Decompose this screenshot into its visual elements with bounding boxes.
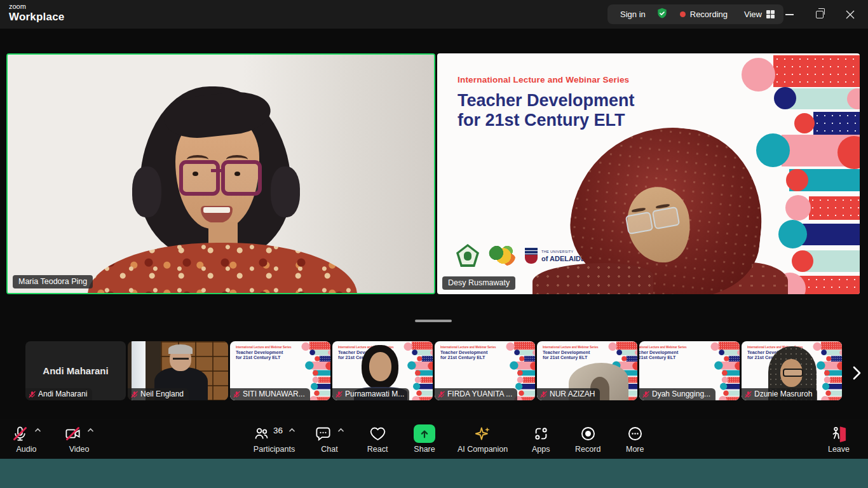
participant-thumbnail[interactable]: International Lecture and Webinar Series…	[639, 341, 740, 400]
mic-muted-icon	[130, 390, 139, 398]
titlebar-controls-pill: Sign in Recording View	[607, 4, 783, 24]
filmstrip: Andi MaharaniAndi MaharaniNeil EnglandIn…	[25, 341, 842, 400]
webinar-slide-text: International Lecture and Webinar Series…	[458, 75, 635, 130]
leave-button[interactable]: Leave	[825, 424, 853, 454]
recording-indicator[interactable]: Recording	[668, 10, 739, 19]
participants-icon	[253, 425, 270, 442]
view-label: View	[744, 10, 762, 19]
zoom-workplace-logo: zoom Workplace	[9, 3, 64, 23]
camera-off-icon	[64, 425, 81, 442]
chat-icon	[315, 425, 332, 442]
chat-caret-icon[interactable]	[337, 428, 344, 433]
participant-thumbnail[interactable]: International Lecture and Webinar Series…	[332, 341, 433, 400]
participant-thumbnail[interactable]: International Lecture and Webinar Series…	[435, 341, 535, 400]
view-button[interactable]: View	[739, 10, 775, 19]
apps-button[interactable]: Apps	[527, 424, 555, 454]
mic-muted-icon	[437, 390, 445, 398]
adelaide-crest-icon	[525, 247, 538, 264]
filmstrip-resize-handle[interactable]	[415, 320, 452, 322]
windows-taskbar: 28° Search T X W	[0, 459, 868, 488]
slide-title: Teacher Development for 21st Century ELT	[458, 91, 635, 130]
participant-name-label: FIRDA YUANITA ...	[435, 388, 517, 400]
minimize-icon	[785, 14, 794, 15]
mic-muted-icon	[11, 425, 29, 442]
participant-name-label: Andi Maharani	[25, 388, 92, 400]
chevron-right-icon	[851, 365, 862, 381]
mic-muted-icon	[233, 390, 241, 398]
mic-muted-icon	[335, 390, 343, 398]
share-screen-icon	[414, 424, 435, 443]
slide-series-line: International Lecture and Webinar Series	[458, 75, 635, 85]
window-controls	[774, 0, 865, 29]
restore-button[interactable]	[804, 0, 835, 29]
brand-zoom: zoom	[9, 3, 64, 11]
university-logo-icon	[456, 244, 479, 267]
ai-companion-button[interactable]: AI Companion	[458, 424, 508, 454]
participant-name-label: SITI MUNAWAR...	[230, 388, 310, 400]
participant-name-label: Dzunie Masruroh	[742, 388, 817, 400]
video-button[interactable]: Video	[64, 424, 94, 454]
mascot-logo-icon	[489, 245, 515, 266]
participants-button[interactable]: 36 Participants	[253, 424, 295, 454]
brand-workplace: Workplace	[9, 11, 64, 24]
record-button[interactable]: Record	[574, 424, 602, 454]
sign-in-button[interactable]: Sign in	[616, 10, 656, 19]
react-button[interactable]: React	[363, 424, 391, 454]
zoom-meeting-window: zoom Workplace Sign in Recording View	[0, 0, 868, 488]
main-video-tile-maria[interactable]: Maria Teodora Ping	[6, 53, 435, 294]
audio-options-caret-icon[interactable]	[34, 428, 41, 433]
recording-label: Recording	[690, 10, 728, 19]
participant-name: SITI MUNAWAR...	[243, 390, 305, 398]
minimize-button[interactable]	[774, 0, 804, 29]
participant-name-label: NUR AZIZAH	[537, 388, 600, 400]
participant-name: FIRDA YUANITA ...	[447, 390, 512, 398]
mic-muted-icon	[28, 390, 36, 398]
participant-display-name: Andi Maharani	[25, 365, 126, 376]
recording-dot-icon	[680, 11, 686, 17]
mic-muted-icon	[539, 390, 548, 398]
audio-button[interactable]: Audio	[11, 424, 41, 454]
participant-name: NUR AZIZAH	[550, 390, 595, 398]
participant-thumbnail[interactable]: Neil England	[128, 341, 228, 400]
participant-name: Andi Maharani	[38, 390, 87, 398]
participant-thumbnail[interactable]: International Lecture and Webinar Series…	[537, 341, 637, 400]
participant-name-label: Purnamawati M...	[332, 388, 409, 400]
participant-name: Neil England	[140, 390, 184, 398]
participant-name-label: Dyah Sungging...	[639, 388, 715, 400]
participant-name-label: Desy Rusmawaty	[442, 276, 515, 290]
restore-icon	[816, 11, 824, 18]
close-button[interactable]	[835, 0, 865, 29]
participant-name: Dzunie Masruroh	[754, 390, 812, 398]
participant-thumbnail[interactable]: Andi MaharaniAndi Maharani	[25, 341, 126, 400]
participant-name: Dyah Sungging...	[652, 390, 710, 398]
record-icon	[580, 425, 597, 442]
main-video-tile-desy[interactable]: International Lecture and Webinar Series…	[437, 53, 860, 294]
filmstrip-next-button[interactable]	[848, 362, 865, 384]
participant-thumbnail[interactable]: International Lecture and Webinar Series…	[230, 341, 330, 400]
share-button[interactable]: Share	[410, 424, 438, 454]
meeting-toolbar: Audio Video 36 Participants	[0, 419, 868, 459]
title-bar: zoom Workplace Sign in Recording View	[0, 0, 868, 29]
participant-count: 36	[273, 426, 283, 435]
close-icon	[846, 10, 855, 19]
more-ellipsis-icon	[627, 425, 644, 442]
heart-icon	[369, 425, 386, 442]
more-button[interactable]: More	[621, 424, 649, 454]
chat-button[interactable]: Chat	[315, 424, 344, 454]
participant-name: Purnamawati M...	[345, 390, 404, 398]
participant-name-label: Maria Teodora Ping	[13, 275, 93, 288]
sparkles-icon	[474, 425, 491, 442]
security-shield-icon[interactable]	[656, 7, 668, 22]
video-stage: Maria Teodora Ping International Lecture…	[0, 29, 868, 419]
participant-thumbnail[interactable]: International Lecture and Webinar Series…	[742, 341, 842, 400]
leave-door-icon	[831, 425, 848, 442]
apps-icon	[532, 425, 550, 442]
slide-logos: THE UNIVERSITY of ADELAIDE	[456, 244, 593, 267]
participants-caret-icon[interactable]	[288, 428, 295, 433]
participant-name-label: Neil England	[128, 388, 189, 400]
mic-muted-icon	[642, 390, 650, 398]
video-options-caret-icon[interactable]	[87, 428, 94, 433]
mic-muted-icon	[744, 390, 752, 398]
